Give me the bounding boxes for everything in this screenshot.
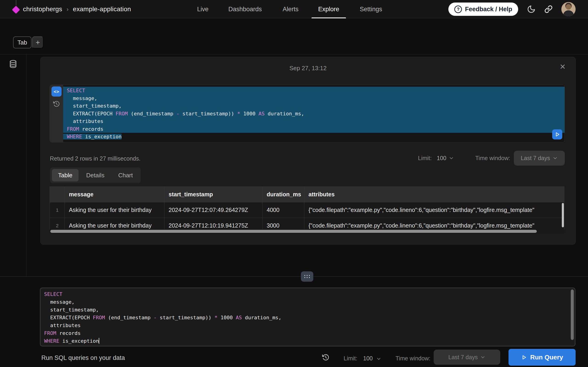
result-timestamp: Sep 27, 13:12 <box>41 65 575 72</box>
footer-time-window-value: Last 7 days <box>448 354 478 361</box>
vertical-scrollbar-thumb[interactable] <box>562 203 564 227</box>
code-line: start_timestamp, <box>63 102 565 110</box>
run-query-button[interactable]: Run Query <box>509 349 576 366</box>
navbar-actions: ? Feedback / Help <box>448 0 576 18</box>
footer-limit-label: Limit: <box>344 355 357 362</box>
code-line: WHERE is_exception <box>63 133 565 141</box>
code-line: FROM records <box>63 125 565 133</box>
time-window-select[interactable]: Last 7 days <box>514 151 565 166</box>
limit-label: Limit: <box>418 155 432 161</box>
nav-tab-dashboards[interactable]: Dashboards <box>228 0 262 18</box>
panel-resize-handle[interactable] <box>301 271 313 282</box>
nav-tab-settings[interactable]: Settings <box>360 0 382 18</box>
view-tab-chart[interactable]: Chart <box>112 169 139 181</box>
question-circle-icon: ? <box>454 6 462 13</box>
column-header-attributes[interactable]: attributes <box>304 187 564 202</box>
database-schema-icon[interactable] <box>9 60 17 68</box>
horizontal-scrollbar <box>50 229 564 233</box>
code-line: EXTRACT(EPOCH FROM (end_timestamp - star… <box>40 314 575 322</box>
row-number-header <box>50 187 65 202</box>
code-line: SELECT <box>40 290 575 298</box>
run-query-label: Run Query <box>530 354 563 361</box>
code-line: SELECT <box>63 87 565 94</box>
code-line: start_timestamp, <box>40 306 575 314</box>
content-divider <box>0 54 588 54</box>
nav-tab-live[interactable]: Live <box>197 0 208 18</box>
footer-limit-value[interactable]: 100 <box>363 355 373 362</box>
query-status: Returned 2 rows in 27 milliseconds. <box>50 155 141 162</box>
code-line: message, <box>40 298 575 306</box>
code-line: message, <box>63 94 565 102</box>
table-header-row: messagestart_timestampduration_msattribu… <box>50 187 564 202</box>
executed-sql-code[interactable]: SELECT message, start_timestamp, EXTRACT… <box>63 85 565 142</box>
share-link-icon[interactable] <box>544 5 553 13</box>
column-header-duration_ms[interactable]: duration_ms <box>262 187 304 202</box>
top-navbar: christophergs › example-application Live… <box>0 0 588 18</box>
feedback-help-label: Feedback / Help <box>465 6 512 13</box>
theme-toggle-moon-icon[interactable] <box>527 5 536 14</box>
cell-start_timestamp: 2024-09-27T12:07:49.264279Z <box>164 202 262 218</box>
code-line: attributes <box>63 117 565 125</box>
code-icon[interactable]: <> <box>52 86 61 97</box>
cell-attributes: {"code.filepath":"example.py","code.line… <box>304 202 564 218</box>
code-line: EXTRACT(EPOCH FROM (end_timestamp - star… <box>63 110 565 118</box>
panel-split-line <box>0 276 588 277</box>
query-history-icon[interactable] <box>322 354 329 361</box>
rerun-play-button[interactable] <box>552 129 562 140</box>
horizontal-scrollbar-thumb[interactable] <box>50 230 537 233</box>
query-tab-chip[interactable]: Tab <box>13 36 32 48</box>
query-gutter: <> <box>50 85 63 142</box>
code-line: attributes <box>40 322 575 329</box>
nav-tab-alerts[interactable]: Alerts <box>283 0 298 18</box>
footer-time-window-label: Time window: <box>396 355 431 362</box>
code-line: FROM records <box>40 329 575 337</box>
code-line: WHERE is_exception <box>40 337 575 345</box>
row-number: 1 <box>50 202 65 218</box>
chevron-down-icon[interactable] <box>376 356 381 361</box>
results-table: messagestart_timestampduration_msattribu… <box>50 186 564 233</box>
text-cursor <box>99 338 99 344</box>
limit-value[interactable]: 100 <box>437 155 447 161</box>
cell-message: Asking the user for their birthday <box>65 202 164 218</box>
results-table-wrap: messagestart_timestampduration_msattribu… <box>50 186 564 233</box>
avatar[interactable] <box>561 2 576 16</box>
executed-query-block: <> SELECT message, start_timestamp, EXTR… <box>50 85 565 142</box>
column-header-message[interactable]: message <box>65 187 164 202</box>
history-icon[interactable] <box>53 100 60 107</box>
sidebar-divider <box>26 54 26 276</box>
column-header-start_timestamp[interactable]: start_timestamp <box>164 187 262 202</box>
add-tab-button[interactable]: + <box>32 36 43 48</box>
editor-scrollbar-thumb[interactable] <box>571 290 574 340</box>
query-result-panel: Sep 27, 13:12 ✕ <> SELECT message, start… <box>40 57 576 244</box>
result-controls: Limit: 100 Time window: Last 7 days <box>418 150 565 166</box>
close-icon[interactable]: ✕ <box>560 63 566 70</box>
time-window-value: Last 7 days <box>521 155 550 161</box>
time-window-label: Time window: <box>475 155 510 161</box>
chevron-down-icon[interactable] <box>449 155 454 161</box>
feedback-help-button[interactable]: ? Feedback / Help <box>448 2 518 16</box>
view-tab-table[interactable]: Table <box>52 169 78 181</box>
editor-hint: Run SQL queries on your data <box>41 354 125 361</box>
result-view-tabs: TableDetailsChart <box>50 167 141 183</box>
footer-time-window-select[interactable]: Last 7 days <box>434 350 500 365</box>
table-row[interactable]: 1Asking the user for their birthday2024-… <box>50 202 564 218</box>
cell-duration_ms: 4000 <box>262 202 304 218</box>
grip-dots-icon <box>304 275 305 276</box>
view-tab-details[interactable]: Details <box>80 169 111 181</box>
sql-editor[interactable]: SELECT message, start_timestamp, EXTRACT… <box>40 288 575 346</box>
nav-tab-explore[interactable]: Explore <box>318 0 339 18</box>
